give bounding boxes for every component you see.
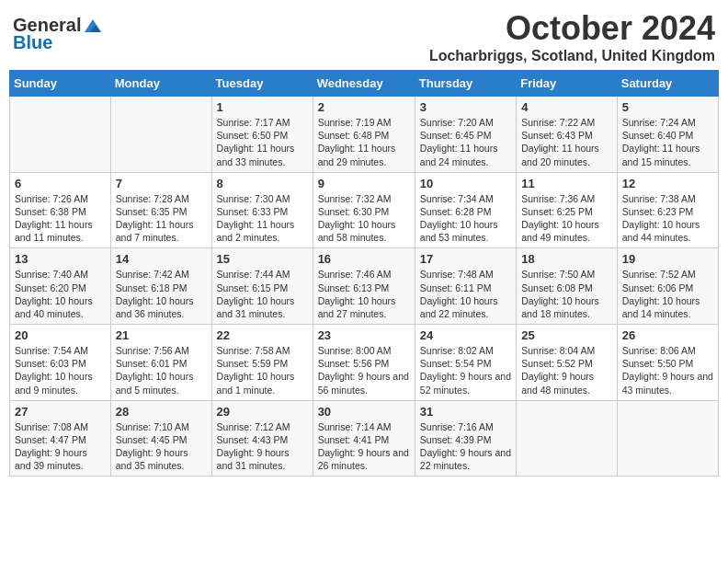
day-number: 7 xyxy=(116,177,207,190)
day-number: 11 xyxy=(521,177,612,190)
day-number: 14 xyxy=(116,252,207,266)
header-cell-tuesday: Tuesday xyxy=(211,71,313,97)
calendar-cell: 21Sunrise: 7:56 AM Sunset: 6:01 PM Dayli… xyxy=(110,325,211,401)
calendar-week-4: 20Sunrise: 7:54 AM Sunset: 6:03 PM Dayli… xyxy=(10,325,719,401)
day-number: 6 xyxy=(15,177,106,190)
calendar-cell: 7Sunrise: 7:28 AM Sunset: 6:35 PM Daylig… xyxy=(110,172,211,248)
day-info: Sunrise: 7:08 AM Sunset: 4:47 PM Dayligh… xyxy=(15,420,106,473)
calendar-cell: 29Sunrise: 7:12 AM Sunset: 4:43 PM Dayli… xyxy=(211,400,313,477)
day-number: 25 xyxy=(521,328,612,342)
day-number: 26 xyxy=(622,328,713,342)
location-text: Locharbriggs, Scotland, United Kingdom xyxy=(429,48,715,64)
header-cell-monday: Monday xyxy=(110,71,211,97)
calendar-cell: 12Sunrise: 7:38 AM Sunset: 6:23 PM Dayli… xyxy=(617,172,718,248)
header-cell-saturday: Saturday xyxy=(617,71,718,97)
calendar-week-1: 1Sunrise: 7:17 AM Sunset: 6:50 PM Daylig… xyxy=(10,97,719,173)
day-number: 21 xyxy=(116,328,207,342)
calendar-cell xyxy=(110,97,211,173)
day-info: Sunrise: 7:38 AM Sunset: 6:23 PM Dayligh… xyxy=(622,192,713,245)
day-info: Sunrise: 7:58 AM Sunset: 5:59 PM Dayligh… xyxy=(217,344,308,396)
day-info: Sunrise: 7:26 AM Sunset: 6:38 PM Dayligh… xyxy=(15,192,106,245)
calendar-week-2: 6Sunrise: 7:26 AM Sunset: 6:38 PM Daylig… xyxy=(10,172,719,248)
calendar-cell: 16Sunrise: 7:46 AM Sunset: 6:13 PM Dayli… xyxy=(313,248,415,325)
day-info: Sunrise: 7:22 AM Sunset: 6:43 PM Dayligh… xyxy=(521,116,612,168)
day-number: 3 xyxy=(420,100,511,114)
day-info: Sunrise: 7:52 AM Sunset: 6:06 PM Dayligh… xyxy=(622,268,713,320)
day-number: 23 xyxy=(318,328,410,342)
day-info: Sunrise: 7:48 AM Sunset: 6:11 PM Dayligh… xyxy=(420,268,511,320)
day-info: Sunrise: 7:32 AM Sunset: 6:30 PM Dayligh… xyxy=(318,192,410,245)
calendar-cell: 31Sunrise: 7:16 AM Sunset: 4:39 PM Dayli… xyxy=(415,400,516,477)
calendar-cell: 24Sunrise: 8:02 AM Sunset: 5:54 PM Dayli… xyxy=(415,325,516,401)
calendar-cell: 26Sunrise: 8:06 AM Sunset: 5:50 PM Dayli… xyxy=(617,325,718,401)
day-number: 16 xyxy=(318,252,410,266)
header-cell-friday: Friday xyxy=(517,71,618,97)
calendar-cell: 23Sunrise: 8:00 AM Sunset: 5:56 PM Dayli… xyxy=(313,325,415,401)
month-title: October 2024 xyxy=(429,9,715,48)
calendar-cell: 11Sunrise: 7:36 AM Sunset: 6:25 PM Dayli… xyxy=(517,172,618,248)
title-block: October 2024 Locharbriggs, Scotland, Uni… xyxy=(429,9,715,64)
calendar-cell: 25Sunrise: 8:04 AM Sunset: 5:52 PM Dayli… xyxy=(517,325,618,401)
header-cell-wednesday: Wednesday xyxy=(313,71,415,97)
calendar-cell: 17Sunrise: 7:48 AM Sunset: 6:11 PM Dayli… xyxy=(415,248,516,325)
page-header: General Blue October 2024 Locharbriggs, … xyxy=(9,9,719,64)
day-info: Sunrise: 8:02 AM Sunset: 5:54 PM Dayligh… xyxy=(420,344,511,396)
calendar-cell: 20Sunrise: 7:54 AM Sunset: 6:03 PM Dayli… xyxy=(10,325,111,401)
day-number: 20 xyxy=(15,328,106,342)
calendar-week-3: 13Sunrise: 7:40 AM Sunset: 6:20 PM Dayli… xyxy=(10,248,719,325)
day-info: Sunrise: 7:14 AM Sunset: 4:41 PM Dayligh… xyxy=(318,420,410,473)
day-number: 29 xyxy=(217,405,308,419)
day-info: Sunrise: 7:17 AM Sunset: 6:50 PM Dayligh… xyxy=(217,116,308,168)
calendar-table: SundayMondayTuesdayWednesdayThursdayFrid… xyxy=(9,70,719,477)
calendar-cell: 30Sunrise: 7:14 AM Sunset: 4:41 PM Dayli… xyxy=(313,400,415,477)
calendar-cell: 14Sunrise: 7:42 AM Sunset: 6:18 PM Dayli… xyxy=(110,248,211,325)
day-info: Sunrise: 7:44 AM Sunset: 6:15 PM Dayligh… xyxy=(217,268,308,320)
day-info: Sunrise: 7:42 AM Sunset: 6:18 PM Dayligh… xyxy=(116,268,207,320)
day-info: Sunrise: 7:54 AM Sunset: 6:03 PM Dayligh… xyxy=(15,344,106,396)
day-info: Sunrise: 7:20 AM Sunset: 6:45 PM Dayligh… xyxy=(420,116,511,168)
calendar-cell xyxy=(517,400,618,477)
calendar-header: SundayMondayTuesdayWednesdayThursdayFrid… xyxy=(10,71,719,97)
day-number: 24 xyxy=(420,328,511,342)
calendar-cell: 18Sunrise: 7:50 AM Sunset: 6:08 PM Dayli… xyxy=(517,248,618,325)
day-number: 15 xyxy=(217,252,308,266)
day-number: 22 xyxy=(217,328,308,342)
day-info: Sunrise: 7:34 AM Sunset: 6:28 PM Dayligh… xyxy=(420,192,511,245)
calendar-cell: 28Sunrise: 7:10 AM Sunset: 4:45 PM Dayli… xyxy=(110,400,211,477)
day-number: 2 xyxy=(318,100,410,114)
day-info: Sunrise: 7:46 AM Sunset: 6:13 PM Dayligh… xyxy=(318,268,410,320)
day-info: Sunrise: 8:06 AM Sunset: 5:50 PM Dayligh… xyxy=(622,344,713,396)
calendar-cell: 13Sunrise: 7:40 AM Sunset: 6:20 PM Dayli… xyxy=(10,248,111,325)
day-number: 1 xyxy=(217,100,308,114)
header-cell-thursday: Thursday xyxy=(415,71,516,97)
day-number: 13 xyxy=(15,252,106,266)
day-info: Sunrise: 7:12 AM Sunset: 4:43 PM Dayligh… xyxy=(217,420,308,473)
day-number: 27 xyxy=(15,405,106,419)
calendar-cell: 3Sunrise: 7:20 AM Sunset: 6:45 PM Daylig… xyxy=(415,97,516,173)
day-info: Sunrise: 7:10 AM Sunset: 4:45 PM Dayligh… xyxy=(116,420,207,473)
day-info: Sunrise: 7:40 AM Sunset: 6:20 PM Dayligh… xyxy=(15,268,106,320)
day-info: Sunrise: 8:04 AM Sunset: 5:52 PM Dayligh… xyxy=(521,344,612,396)
day-number: 12 xyxy=(622,177,713,190)
logo-blue-text: Blue xyxy=(13,32,52,53)
header-row: SundayMondayTuesdayWednesdayThursdayFrid… xyxy=(10,71,719,97)
calendar-week-5: 27Sunrise: 7:08 AM Sunset: 4:47 PM Dayli… xyxy=(10,400,719,477)
calendar-cell: 9Sunrise: 7:32 AM Sunset: 6:30 PM Daylig… xyxy=(313,172,415,248)
day-number: 17 xyxy=(420,252,511,266)
day-info: Sunrise: 7:16 AM Sunset: 4:39 PM Dayligh… xyxy=(420,420,511,473)
day-info: Sunrise: 7:50 AM Sunset: 6:08 PM Dayligh… xyxy=(521,268,612,320)
calendar-cell: 27Sunrise: 7:08 AM Sunset: 4:47 PM Dayli… xyxy=(10,400,111,477)
calendar-body: 1Sunrise: 7:17 AM Sunset: 6:50 PM Daylig… xyxy=(10,97,719,477)
calendar-cell: 8Sunrise: 7:30 AM Sunset: 6:33 PM Daylig… xyxy=(211,172,313,248)
day-number: 19 xyxy=(622,252,713,266)
day-info: Sunrise: 7:36 AM Sunset: 6:25 PM Dayligh… xyxy=(521,192,612,245)
day-info: Sunrise: 7:30 AM Sunset: 6:33 PM Dayligh… xyxy=(217,192,308,245)
day-number: 28 xyxy=(116,405,207,419)
calendar-cell xyxy=(617,400,718,477)
calendar-cell: 10Sunrise: 7:34 AM Sunset: 6:28 PM Dayli… xyxy=(415,172,516,248)
calendar-cell: 5Sunrise: 7:24 AM Sunset: 6:40 PM Daylig… xyxy=(617,97,718,173)
day-number: 9 xyxy=(318,177,410,190)
day-info: Sunrise: 7:56 AM Sunset: 6:01 PM Dayligh… xyxy=(116,344,207,396)
calendar-cell: 1Sunrise: 7:17 AM Sunset: 6:50 PM Daylig… xyxy=(211,97,313,173)
day-number: 10 xyxy=(420,177,511,190)
